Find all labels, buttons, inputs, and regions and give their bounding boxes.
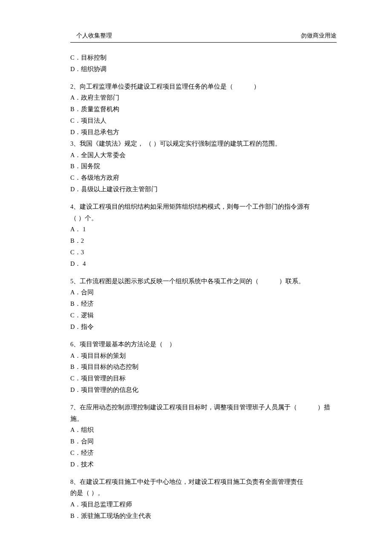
question-2: 2、向工程监理单位委托建设工程项目监理任务的单位是（） A．政府主管部门 B．质… [70, 81, 337, 195]
option-c: C．逻辑 [70, 310, 337, 321]
stem-part-a: 2、向工程监理单位委托建设工程项目监理任务的单位是（ [70, 83, 233, 90]
option-c: C．各级地方政府 [70, 172, 337, 184]
question-6: 6、项目管理最基本的方法论是（ ） A．项目目标的策划 B．项目目标的动态控制 … [70, 339, 337, 396]
option-d: D．技术 [70, 459, 337, 470]
question-stem-line1: 4、建设工程项目的组织结构如采用矩阵组织结构模式，则每一个工作部门的指令源有 [70, 201, 337, 213]
question-stem-line1: 8、在建设工程项目施工中处于中心地位，对建设工程项目施工负责有全面管理责任 [70, 476, 337, 488]
question-1-partial: C．目标控制 D．组织协调 [70, 52, 337, 75]
option-d: D．县级以上建设行政主管部门 [70, 184, 337, 195]
option-a: A．全国人大常委会 [70, 150, 337, 161]
option-b: B．经济 [70, 298, 337, 310]
stem-part-a: 5、工作流程图是以图示形式反映一个组织系统中各项工作之间的（ [70, 278, 259, 285]
option-b: B．2 [70, 235, 337, 247]
option-a: A．组织 [70, 424, 337, 436]
option-a: A．项目总监理工程师 [70, 499, 337, 510]
option-b: B．派驻施工现场的业主代表 [70, 510, 337, 522]
question-7: 7、在应用动态控制原理控制建设工程项目目标时，调整项目管理班子人员属于（）措 施… [70, 402, 337, 470]
option-a: A． 1 [70, 224, 337, 235]
option-d: D． 4 [70, 258, 337, 270]
option-a: A．合同 [70, 287, 337, 298]
option-b: B．项目目标的动态控制 [70, 361, 337, 373]
header-left: 个人收集整理 [70, 32, 112, 40]
option-c: C．3 [70, 247, 337, 258]
option-c: C．项目法人 [70, 115, 337, 127]
header-right: 勿做商业用途 [301, 32, 337, 40]
option-c: C．目标控制 [70, 52, 337, 63]
option-b: B．质量监督机构 [70, 104, 337, 115]
option-b: B．国务院 [70, 161, 337, 172]
question-stem: 2、向工程监理单位委托建设工程项目监理任务的单位是（） [70, 81, 337, 92]
question-stem-line2: （ ）个。 [70, 213, 337, 224]
stem-part-b: ）联系。 [279, 278, 305, 285]
option-b: B．合同 [70, 436, 337, 447]
stem-part-b: ）措 [317, 404, 330, 411]
document-body: C．目标控制 D．组织协调 2、向工程监理单位委托建设工程项目监理任务的单位是（… [70, 52, 337, 522]
question-5: 5、工作流程图是以图示形式反映一个组织系统中各项工作之间的（）联系。 A．合同 … [70, 276, 337, 333]
option-c: C．项目管理的目标 [70, 373, 337, 384]
stem-part-b: ） [254, 83, 260, 90]
stem-part-a: 7、在应用动态控制原理控制建设工程项目目标时，调整项目管理班子人员属于（ [70, 404, 297, 411]
option-d: D．项目总承包方 [70, 127, 337, 138]
option-c: C．经济 [70, 447, 337, 459]
question-stem-line2: 的是（ ）。 [70, 487, 337, 499]
question-stem: 6、项目管理最基本的方法论是（ ） [70, 339, 337, 350]
option-a: A．政府主管部门 [70, 92, 337, 104]
option-d: D．项目管理的的信息化 [70, 384, 337, 396]
question-stem: 5、工作流程图是以图示形式反映一个组织系统中各项工作之间的（）联系。 [70, 276, 337, 287]
question-3-stem: 3、我国《建筑法》规定， （ ）可以规定实行强制监理的建筑工程的范围。 [70, 138, 337, 150]
question-8: 8、在建设工程项目施工中处于中心地位，对建设工程项目施工负责有全面管理责任 的是… [70, 476, 337, 522]
question-stem-line1: 7、在应用动态控制原理控制建设工程项目目标时，调整项目管理班子人员属于（）措 [70, 402, 337, 413]
option-a: A．项目目标的策划 [70, 350, 337, 362]
question-4: 4、建设工程项目的组织结构如采用矩阵组织结构模式，则每一个工作部门的指令源有 （… [70, 201, 337, 270]
option-d: D．指令 [70, 321, 337, 333]
page-header: 个人收集整理 勿做商业用途 [70, 32, 337, 43]
option-d: D．组织协调 [70, 63, 337, 75]
question-stem-line2: 施。 [70, 413, 337, 425]
